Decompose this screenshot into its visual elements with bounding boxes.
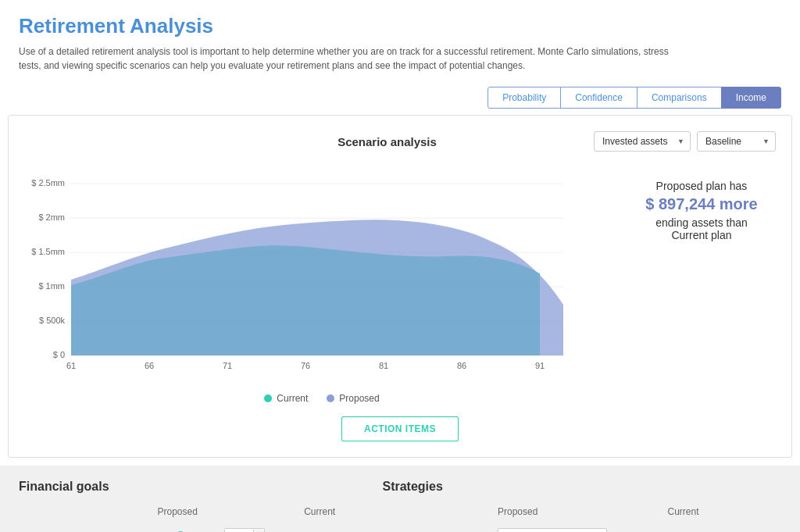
svg-text:$ 2.5mm: $ 2.5mm xyxy=(31,178,65,187)
svg-text:71: 71 xyxy=(223,361,232,370)
bottom-section: Financial goals Proposed Current Dave's … xyxy=(0,466,800,532)
strategy-row-asset: Asset allocation Moderate Conservative A… xyxy=(382,523,781,532)
strategies: Strategies Proposed Current Asset alloca… xyxy=(382,480,781,532)
tabs-row: Probability Confidence Comparisons Incom… xyxy=(0,80,800,115)
page-description: Use of a detailed retirement analysis to… xyxy=(19,45,683,73)
invested-assets-dropdown-wrapper: Invested assets Net worth Income xyxy=(594,131,691,152)
goals-col-proposed: Proposed xyxy=(151,503,298,523)
financial-goals-title: Financial goals xyxy=(19,480,351,494)
goal-dave-proposed-cell: ▲ ▼ xyxy=(151,523,298,532)
strat-col-current: Current xyxy=(662,503,782,523)
strategy-asset-proposed-cell: Moderate Conservative Aggressive xyxy=(491,523,662,532)
svg-text:91: 91 xyxy=(535,361,545,370)
strat-col-label xyxy=(382,503,491,523)
svg-text:76: 76 xyxy=(301,361,310,370)
strategies-table: Proposed Current Asset allocation Modera… xyxy=(382,503,781,532)
legend-proposed-label: Proposed xyxy=(339,393,379,404)
goals-table: Proposed Current Dave's retirement age xyxy=(19,503,351,532)
dave-slider-container: ▲ ▼ xyxy=(157,528,291,532)
svg-text:66: 66 xyxy=(145,361,154,370)
strategies-title: Strategies xyxy=(382,480,781,494)
tab-probability[interactable]: Probability xyxy=(488,87,561,109)
strat-col-proposed: Proposed xyxy=(491,503,662,523)
action-items-button[interactable]: ACTION ITEMS xyxy=(341,416,459,441)
baseline-dropdown[interactable]: Baseline Optimistic Pessimistic xyxy=(697,131,776,152)
asset-dropdown-wrapper: Moderate Conservative Aggressive xyxy=(498,528,607,532)
goal-dave-label: Dave's retirement age xyxy=(19,523,151,532)
legend-current-dot xyxy=(264,395,272,402)
chart-title: Scenario analysis xyxy=(180,135,594,148)
goals-col-current: Current xyxy=(298,503,351,523)
svg-text:$ 1mm: $ 1mm xyxy=(38,281,65,291)
tab-income[interactable]: Income xyxy=(721,87,781,109)
legend-proposed: Proposed xyxy=(327,393,379,404)
page-title: Retirement Analysis xyxy=(19,14,781,38)
chart-legend: Current Proposed xyxy=(24,393,620,404)
svg-text:81: 81 xyxy=(379,361,388,370)
info-line1: Proposed plan has xyxy=(635,180,768,192)
svg-text:$ 0: $ 0 xyxy=(53,350,65,359)
baseline-dropdown-wrapper: Baseline Optimistic Pessimistic xyxy=(697,131,776,152)
asset-allocation-dropdown[interactable]: Moderate Conservative Aggressive xyxy=(498,528,607,532)
legend-current: Current xyxy=(264,393,308,404)
tab-comparisons[interactable]: Comparisons xyxy=(637,87,722,109)
strategy-asset-current: Current allocation xyxy=(662,523,782,532)
legend-current-label: Current xyxy=(277,393,308,404)
goals-col-label xyxy=(19,503,151,523)
chart-svg-container: $ 2.5mm $ 2mm $ 1.5mm $ 1mm $ 500k $ 0 xyxy=(24,164,620,404)
main-card: Scenario analysis Invested assets Net wo… xyxy=(8,115,792,458)
financial-goals: Financial goals Proposed Current Dave's … xyxy=(19,480,351,532)
chart-controls: Invested assets Net worth Income Baselin… xyxy=(594,131,776,152)
action-row: ACTION ITEMS xyxy=(24,416,776,441)
svg-text:$ 2mm: $ 2mm xyxy=(38,212,65,222)
goal-dave-current: 65 xyxy=(298,523,351,532)
dave-age-input[interactable] xyxy=(225,529,253,532)
strategy-asset-label: Asset allocation xyxy=(382,523,491,532)
invested-assets-dropdown[interactable]: Invested assets Net worth Income xyxy=(594,131,691,152)
legend-proposed-dot xyxy=(327,395,334,402)
svg-text:$ 1.5mm: $ 1.5mm xyxy=(31,247,65,256)
info-line2: ending assets thanCurrent plan xyxy=(635,216,768,241)
svg-text:$ 500k: $ 500k xyxy=(39,316,66,325)
tab-confidence[interactable]: Confidence xyxy=(560,87,638,109)
goal-row-dave: Dave's retirement age ▲ xyxy=(19,523,351,532)
dave-age-input-box: ▲ ▼ xyxy=(224,528,265,532)
info-amount: $ 897,244 more xyxy=(635,195,768,213)
chart-right-info: Proposed plan has $ 897,244 more ending … xyxy=(620,164,776,241)
svg-text:86: 86 xyxy=(457,361,466,370)
svg-text:61: 61 xyxy=(66,361,76,370)
